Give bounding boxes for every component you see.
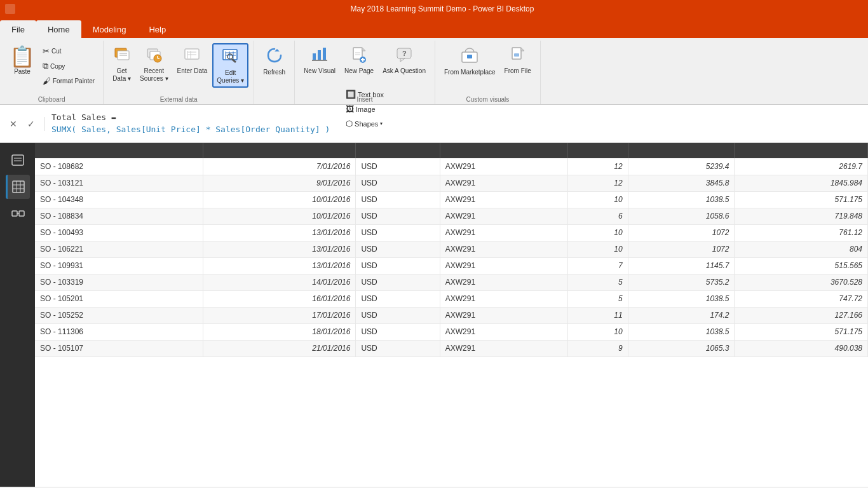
cell-qty: 12 bbox=[567, 175, 628, 191]
sidebar-model-icon[interactable] bbox=[6, 201, 30, 226]
cell-id: SO - 104348 bbox=[35, 191, 203, 208]
tab-help[interactable]: Help bbox=[137, 20, 177, 38]
cell-val2: 2619.7 bbox=[735, 158, 868, 175]
external-data-group-label: External data bbox=[104, 96, 254, 103]
clipboard-group: 📋 Paste ✂ Cut ⧉ Copy 🖌 Format Painter bbox=[0, 41, 104, 104]
shapes-button[interactable]: ⬡ Shapes ▾ bbox=[341, 117, 388, 130]
from-marketplace-icon bbox=[460, 46, 479, 67]
cell-qty: 12 bbox=[567, 158, 628, 175]
new-visual-label: New Visual bbox=[304, 67, 336, 75]
cell-qty: 5 bbox=[567, 274, 628, 290]
table-row: SO - 105252 17/01/2016 USD AXW291 11 174… bbox=[35, 307, 868, 323]
col-header-2 bbox=[203, 143, 356, 158]
cell-code: AXW291 bbox=[440, 175, 567, 191]
tab-modeling[interactable]: Modeling bbox=[81, 20, 138, 38]
cell-val1: 1038.5 bbox=[628, 323, 735, 340]
from-marketplace-label: From Marketplace bbox=[444, 69, 496, 76]
svg-text:?: ? bbox=[402, 50, 407, 57]
clipboard-small-btns: ✂ Cut ⧉ Copy 🖌 Format Painter bbox=[39, 43, 98, 88]
svg-rect-23 bbox=[323, 48, 326, 60]
cell-currency: USD bbox=[356, 191, 440, 208]
copy-button[interactable]: ⧉ Copy bbox=[39, 59, 98, 73]
col-header-1 bbox=[35, 143, 203, 158]
cell-val1: 1072 bbox=[628, 224, 735, 241]
cell-date: 18/01/2016 bbox=[203, 323, 356, 340]
refresh-icon bbox=[265, 46, 284, 67]
formula-confirm-button[interactable]: ✓ bbox=[24, 117, 38, 131]
svg-rect-37 bbox=[514, 53, 519, 57]
cell-currency: USD bbox=[356, 224, 440, 241]
tab-home[interactable]: Home bbox=[36, 20, 81, 38]
cell-id: SO - 100493 bbox=[35, 224, 203, 241]
cell-date: 7/01/2016 bbox=[203, 158, 356, 175]
insert-items: New Visual New Page ? Ask A Question bbox=[300, 43, 430, 78]
ask-question-button[interactable]: ? Ask A Question bbox=[379, 43, 430, 78]
cell-currency: USD bbox=[356, 340, 440, 356]
cell-id: SO - 108834 bbox=[35, 208, 203, 224]
cell-val1: 1038.5 bbox=[628, 191, 735, 208]
cell-qty: 11 bbox=[567, 307, 628, 323]
cell-qty: 6 bbox=[567, 208, 628, 224]
cell-qty: 5 bbox=[567, 290, 628, 307]
new-visual-button[interactable]: New Visual bbox=[300, 43, 339, 78]
formula-content[interactable]: Total Sales = SUMX( Sales, Sales[Unit Pr… bbox=[45, 109, 868, 137]
enter-data-button[interactable]: Enter Data bbox=[173, 43, 212, 78]
sidebar-report-icon[interactable] bbox=[6, 148, 30, 172]
from-file-icon bbox=[509, 46, 527, 66]
ask-question-icon: ? bbox=[395, 46, 413, 66]
cell-val1: 1065.3 bbox=[628, 340, 735, 356]
format-painter-button[interactable]: 🖌 Format Painter bbox=[39, 74, 98, 88]
cell-date: 10/01/2016 bbox=[203, 208, 356, 224]
edit-queries-button[interactable]: EditQueries ▾ bbox=[212, 43, 248, 88]
get-data-button[interactable]: GetData ▾ bbox=[109, 43, 135, 85]
external-data-items: GetData ▾ RecentSources ▾ Enter Data Edi… bbox=[109, 43, 248, 88]
formula-cancel-button[interactable]: ✕ bbox=[6, 117, 20, 131]
cut-label: Cut bbox=[51, 48, 62, 55]
copy-label: Copy bbox=[50, 63, 65, 70]
from-file-button[interactable]: From File bbox=[501, 43, 535, 78]
table-row: SO - 106221 13/01/2016 USD AXW291 10 107… bbox=[35, 241, 868, 257]
paste-button[interactable]: 📋 Paste bbox=[5, 43, 39, 88]
cell-code: AXW291 bbox=[440, 208, 567, 224]
cell-date: 13/01/2016 bbox=[203, 257, 356, 274]
cell-id: SO - 105252 bbox=[35, 307, 203, 323]
cell-val1: 1145.7 bbox=[628, 257, 735, 274]
from-marketplace-button[interactable]: From Marketplace bbox=[440, 43, 499, 79]
tab-file[interactable]: File bbox=[0, 20, 36, 38]
table-row: SO - 105201 16/01/2016 USD AXW291 5 1038… bbox=[35, 290, 868, 307]
main-area: SO - 108682 7/01/2016 USD AXW291 12 5239… bbox=[0, 143, 868, 487]
cell-qty: 10 bbox=[567, 191, 628, 208]
col-header-3 bbox=[356, 143, 440, 158]
recent-sources-icon bbox=[145, 46, 163, 66]
from-file-label: From File bbox=[505, 67, 531, 75]
refresh-label: Refresh bbox=[263, 69, 285, 76]
refresh-button[interactable]: Refresh bbox=[259, 43, 289, 79]
cell-code: AXW291 bbox=[440, 191, 567, 208]
enter-data-label: Enter Data bbox=[177, 67, 208, 75]
recent-sources-button[interactable]: RecentSources ▾ bbox=[136, 43, 172, 85]
cell-currency: USD bbox=[356, 307, 440, 323]
cell-val2: 804 bbox=[735, 241, 868, 257]
formula-bar: ✕ ✓ Total Sales = SUMX( Sales, Sales[Uni… bbox=[0, 105, 868, 143]
data-table: SO - 108682 7/01/2016 USD AXW291 12 5239… bbox=[35, 143, 868, 357]
table-row: SO - 108682 7/01/2016 USD AXW291 12 5239… bbox=[35, 158, 868, 175]
image-button[interactable]: 🖼 Image bbox=[341, 102, 388, 116]
paste-label: Paste bbox=[14, 68, 31, 76]
cell-date: 17/01/2016 bbox=[203, 307, 356, 323]
sidebar-data-icon[interactable] bbox=[6, 175, 30, 199]
ask-question-label: Ask A Question bbox=[383, 67, 426, 75]
insert-group: New Visual New Page ? Ask A Question 🔲 T… bbox=[295, 41, 435, 104]
cell-id: SO - 103121 bbox=[35, 175, 203, 191]
table-header-row bbox=[35, 143, 868, 158]
svg-rect-46 bbox=[12, 211, 17, 216]
new-page-button[interactable]: New Page bbox=[341, 43, 377, 78]
cell-val2: 490.038 bbox=[735, 340, 868, 356]
copy-icon: ⧉ bbox=[43, 61, 48, 71]
format-painter-icon: 🖌 bbox=[43, 76, 51, 86]
new-page-label: New Page bbox=[344, 67, 374, 75]
cut-button[interactable]: ✂ Cut bbox=[39, 44, 98, 58]
cell-date: 13/01/2016 bbox=[203, 224, 356, 241]
image-label: Image bbox=[356, 105, 376, 113]
cell-currency: USD bbox=[356, 208, 440, 224]
new-visual-icon bbox=[311, 46, 329, 66]
